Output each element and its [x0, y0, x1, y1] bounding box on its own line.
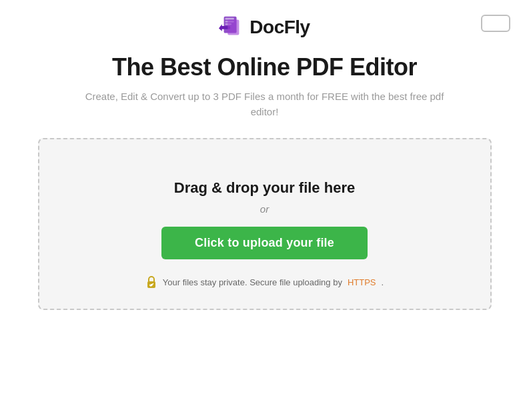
- top-right-button[interactable]: [481, 15, 510, 32]
- https-link[interactable]: HTTPS: [348, 277, 376, 287]
- upload-button[interactable]: Click to upload your file: [161, 227, 368, 259]
- page-title: The Best Online PDF Editor: [112, 53, 417, 81]
- header: DocFly: [0, 0, 529, 47]
- svg-rect-1: [225, 18, 234, 20]
- subtitle: Create, Edit & Convert up to 3 PDF Files…: [78, 89, 452, 119]
- security-text-after: .: [382, 277, 384, 287]
- svg-marker-5: [219, 24, 222, 31]
- lock-icon: [145, 275, 157, 289]
- logo-icon: [219, 15, 244, 40]
- security-text-before: Your files stay private. Secure file upl…: [163, 277, 342, 287]
- or-label: or: [260, 203, 269, 215]
- logo: DocFly: [219, 15, 310, 40]
- security-note: Your files stay private. Secure file upl…: [145, 275, 384, 289]
- drop-zone[interactable]: Drag & drop your file here or Click to u…: [38, 138, 492, 310]
- main-content: The Best Online PDF Editor Create, Edit …: [0, 47, 529, 310]
- drag-drop-label: Drag & drop your file here: [174, 179, 355, 197]
- svg-rect-6: [228, 20, 239, 35]
- logo-text: DocFly: [249, 17, 310, 38]
